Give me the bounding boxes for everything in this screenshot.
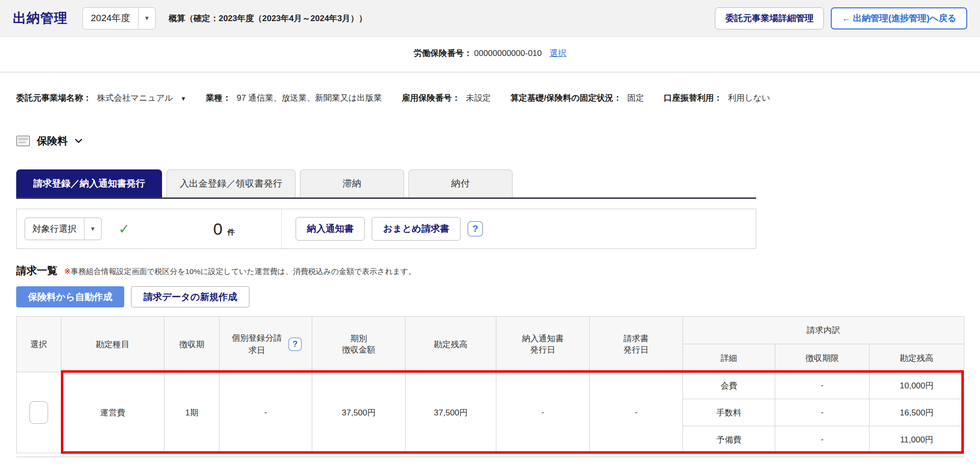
page-title: 出納管理 — [13, 9, 68, 27]
calc-basis-info: 算定基礎/保険料の固定状況： 固定 — [511, 92, 644, 104]
header-actions: 委託元事業場詳細管理 ← 出納管理(進捗管理)へ戻る — [715, 7, 967, 29]
client-name-value: 株式会社マニュアル — [97, 93, 173, 103]
client-name-dropdown[interactable]: 委託元事業場名称： 株式会社マニュアル ▼ — [16, 92, 186, 104]
detail-balance-cell: 11,000円 — [870, 426, 964, 453]
billing-note: ※事務組合情報設定画面で税区分を10%に設定していた運営費は、消費税込みの金額で… — [64, 267, 416, 277]
col-account: 勘定種目 — [61, 317, 164, 372]
detail-name-cell: 手数料 — [683, 399, 775, 426]
employment-insurance-info: 雇用保険番号： 未設定 — [402, 92, 491, 104]
individual-request-cell: - — [219, 372, 312, 453]
select-cell — [17, 372, 61, 453]
tab-bar: 請求登録／納入通知書発行 入出金登録／領収書発行 滞納 納付 — [16, 169, 756, 199]
labor-insurance-row: 労働保険番号： 00000000000-010 選択 — [0, 48, 980, 59]
detail-due-cell: - — [775, 372, 870, 399]
labor-insurance-label: 労働保険番号： — [413, 48, 472, 59]
table-row: 運営費 1期 - 37,500円 37,500円 - - 会費 - 10,000… — [17, 372, 964, 399]
tab-payment[interactable]: 納付 — [408, 169, 513, 197]
billing-list-title: 請求一覧 — [16, 264, 57, 277]
top-header: 出納管理 2024年度 ▼ 概算（確定：2023年度（2023年4月～2024年… — [0, 0, 980, 37]
count-unit: 件 — [227, 228, 235, 237]
account-transfer-info: 口座振替利用： 利用しない — [664, 92, 770, 104]
col-group-breakdown: 請求内訳 — [683, 317, 964, 344]
account-cell: 運営費 — [61, 372, 164, 453]
detail-balance-cell: 10,000円 — [870, 372, 964, 399]
col-detail-balance: 勘定残高 — [870, 344, 964, 372]
col-invoice-date: 請求書 発行日 — [590, 317, 683, 372]
billing-table: 選択 勘定種目 徴収期 個別登録分請求日 ? 期別 徴収金額 勘定残高 — [16, 316, 964, 453]
detail-due-cell: - — [775, 426, 870, 453]
client-name-label: 委託元事業場名称： — [16, 93, 91, 103]
detail-balance-cell: 16,500円 — [870, 399, 964, 426]
col-individual-request: 個別登録分請求日 ? — [219, 317, 312, 372]
caret-down-icon: ▼ — [84, 225, 101, 232]
new-create-button[interactable]: 請求データの新規作成 — [131, 286, 249, 307]
detail-name-cell: 予備費 — [683, 426, 775, 453]
tab-arrears[interactable]: 滞納 — [300, 169, 404, 197]
client-detail-button[interactable]: 委託元事業場詳細管理 — [715, 7, 824, 29]
help-icon[interactable]: ? — [288, 337, 302, 351]
detail-name-cell: 会費 — [683, 372, 775, 399]
cash-management-page: 出納管理 2024年度 ▼ 概算（確定：2023年度（2023年4月～2024年… — [0, 0, 980, 467]
notice-date-cell: - — [496, 372, 590, 453]
tab-billing-registration[interactable]: 請求登録／納入通知書発行 — [16, 169, 162, 197]
fiscal-year-select[interactable]: 2024年度 ▼ — [82, 7, 156, 29]
fiscal-year-value: 2024年度 — [83, 12, 138, 25]
insurance-section-toggle[interactable]: 保険料 — [0, 134, 980, 148]
count-value: 0 — [213, 220, 222, 239]
help-icon[interactable]: ? — [467, 221, 483, 237]
labor-insurance-number: 00000000000-010 — [474, 49, 542, 58]
insurance-card-icon — [16, 136, 30, 146]
period-cell: 1期 — [164, 372, 219, 453]
note-asterisk: ※ — [64, 267, 71, 275]
billing-list-head: 請求一覧 ※事務組合情報設定画面で税区分を10%に設定していた運営費は、消費税込… — [0, 264, 980, 277]
back-button[interactable]: ← 出納管理(進捗管理)へ戻る — [831, 7, 967, 29]
col-period: 徴収期 — [164, 317, 219, 372]
create-actions: 保険料から自動作成 請求データの新規作成 — [0, 286, 980, 307]
estimate-subtitle: 概算（確定：2023年度（2023年4月～2024年3月）） — [168, 13, 367, 24]
selection-toolbar: 対象行選択 ▼ ✓ 0 件 納入通知書 おまとめ請求書 ? — [16, 209, 756, 249]
billing-table-wrap: 選択 勘定種目 徴収期 個別登録分請求日 ? 期別 徴収金額 勘定残高 — [16, 316, 964, 453]
toolbar-divider — [281, 209, 282, 248]
caret-down-icon: ▼ — [175, 95, 186, 102]
row-checkbox[interactable] — [29, 401, 48, 424]
col-detail: 詳細 — [683, 344, 775, 372]
insurance-select-link[interactable]: 選択 — [550, 48, 567, 59]
amount-cell: 37,500円 — [312, 372, 406, 453]
caret-down-icon: ▼ — [138, 15, 155, 22]
tab-deposit-withdrawal[interactable]: 入出金登録／領収書発行 — [166, 169, 296, 197]
client-info-row: 委託元事業場名称： 株式会社マニュアル ▼ 業種： 97 通信業、放送業、新聞業… — [0, 92, 980, 104]
col-notice-date: 納入通知書 発行日 — [496, 317, 590, 372]
balance-cell: 37,500円 — [406, 372, 496, 453]
col-period-amount: 期別 徴収金額 — [312, 317, 406, 372]
bundle-invoice-button[interactable]: おまとめ請求書 — [372, 217, 461, 241]
detail-due-cell: - — [775, 399, 870, 426]
auto-create-button[interactable]: 保険料から自動作成 — [16, 286, 124, 307]
section-title: 保険料 — [37, 134, 68, 148]
chevron-down-icon — [75, 137, 82, 145]
section-divider — [0, 72, 980, 73]
notice-button[interactable]: 納入通知書 — [296, 217, 365, 241]
target-row-select[interactable]: 対象行選択 ▼ — [25, 218, 102, 240]
industry-info: 業種： 97 通信業、放送業、新聞業又は出版業 — [206, 92, 382, 104]
invoice-date-cell: - — [590, 372, 683, 453]
next-row-edge — [16, 457, 964, 457]
selected-count: 0 件 — [213, 220, 235, 239]
col-select: 選択 — [17, 317, 61, 372]
col-balance: 勘定残高 — [406, 317, 496, 372]
check-icon: ✓ — [118, 221, 130, 237]
col-due: 徴収期限 — [775, 344, 870, 372]
